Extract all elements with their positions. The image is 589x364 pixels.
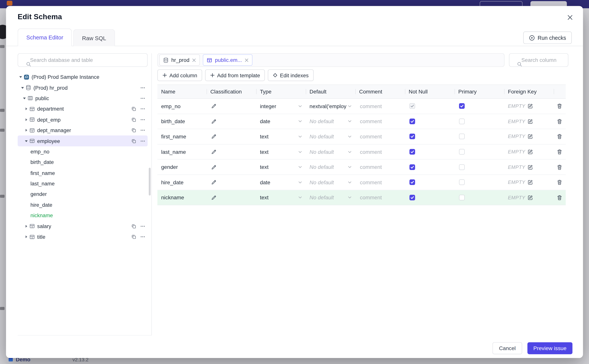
primary-checkbox[interactable] [459, 119, 465, 124]
trash-icon[interactable] [557, 180, 562, 185]
tree-item-dept-manager[interactable]: dept_manager [18, 125, 148, 136]
pencil-icon[interactable] [211, 180, 217, 185]
copy-icon[interactable] [131, 117, 136, 122]
cancel-button[interactable]: Cancel [493, 342, 522, 354]
close-icon[interactable] [192, 58, 196, 62]
type-select[interactable]: integer [256, 99, 306, 113]
caret-down-icon[interactable] [20, 86, 26, 90]
copy-icon[interactable] [131, 223, 136, 229]
copy-icon[interactable] [131, 234, 136, 240]
trash-icon[interactable] [557, 149, 562, 155]
add-from-template-button[interactable]: Add from template [205, 70, 265, 81]
copy-icon[interactable] [131, 106, 136, 112]
column-name-cell[interactable]: nickname [157, 190, 207, 205]
primary-checkbox[interactable] [459, 164, 465, 170]
edit-indexes-button[interactable]: Edit indexes [268, 70, 314, 81]
tree-item-prod-prod-sample-instance[interactable]: (Prod) Prod Sample Instance [18, 72, 148, 82]
primary-checkbox[interactable] [459, 134, 465, 140]
trash-icon[interactable] [557, 103, 562, 109]
editor-tab-public-em[interactable]: public.em... [203, 54, 252, 66]
comment-input[interactable] [359, 149, 400, 155]
column-name-cell[interactable]: gender [157, 160, 207, 174]
column-name-cell[interactable]: last_name [157, 144, 207, 159]
column-name-cell[interactable]: hire_date [157, 175, 207, 190]
foreign-key-cell[interactable]: EMPTY [504, 99, 554, 113]
tree-scrollbar-thumb[interactable] [149, 168, 151, 195]
tree-column-last-name[interactable]: last_name [18, 178, 148, 189]
comment-input[interactable] [359, 118, 400, 125]
pencil-icon[interactable] [211, 103, 217, 109]
default-select[interactable]: No default [306, 114, 355, 129]
tree-column-gender[interactable]: gender [18, 189, 148, 200]
dots-icon[interactable] [140, 85, 145, 91]
pencil-icon[interactable] [211, 195, 217, 201]
comment-input[interactable] [359, 164, 400, 170]
primary-checkbox[interactable] [459, 180, 465, 185]
foreign-key-cell[interactable]: EMPTY [504, 144, 554, 159]
tab-raw-sql[interactable]: Raw SQL [74, 29, 115, 46]
edit-square-icon[interactable] [528, 134, 533, 140]
not-null-checkbox[interactable] [409, 164, 415, 170]
copy-icon[interactable] [131, 128, 136, 133]
tree-column-birth-date[interactable]: birth_date [18, 157, 148, 168]
close-icon[interactable] [245, 58, 249, 62]
edit-square-icon[interactable] [528, 149, 533, 155]
caret-down-icon[interactable] [21, 97, 27, 100]
dots-icon[interactable] [140, 128, 145, 133]
trash-icon[interactable] [557, 134, 562, 140]
not-null-checkbox[interactable] [409, 134, 415, 140]
default-select[interactable]: No default [306, 190, 355, 205]
edit-square-icon[interactable] [528, 180, 533, 185]
default-select[interactable]: nextval('employ [306, 99, 355, 113]
tree-item-prod-hr-prod[interactable]: (Prod) hr_prod [18, 82, 148, 93]
edit-square-icon[interactable] [528, 103, 533, 109]
dots-icon[interactable] [140, 223, 145, 229]
tree-item-salary[interactable]: salary [18, 221, 148, 232]
primary-checkbox[interactable] [459, 195, 465, 201]
tree-item-public[interactable]: public [18, 93, 148, 104]
tree-column-nickname[interactable]: nickname [18, 210, 148, 221]
tree-column-emp-no[interactable]: emp_no [18, 146, 148, 157]
comment-input[interactable] [359, 179, 400, 186]
foreign-key-cell[interactable]: EMPTY [504, 114, 554, 129]
tree-search-input[interactable] [18, 53, 148, 67]
add-column-button[interactable]: Add column [157, 70, 202, 81]
type-select[interactable]: date [256, 114, 306, 129]
caret-down-icon[interactable] [18, 75, 24, 79]
pencil-icon[interactable] [211, 119, 217, 124]
type-select[interactable]: date [256, 175, 306, 190]
column-name-cell[interactable]: birth_date [157, 114, 207, 129]
trash-icon[interactable] [557, 119, 562, 124]
copy-icon[interactable] [131, 138, 136, 143]
type-select[interactable]: text [256, 129, 306, 144]
trash-icon[interactable] [557, 164, 562, 170]
column-name-cell[interactable]: emp_no [157, 99, 207, 113]
tree-item-title[interactable]: title [18, 232, 148, 242]
comment-input[interactable] [359, 133, 400, 140]
comment-input[interactable] [359, 194, 400, 201]
column-name-cell[interactable]: first_name [157, 129, 207, 144]
type-select[interactable]: text [256, 190, 306, 205]
dots-icon[interactable] [140, 96, 145, 101]
foreign-key-cell[interactable]: EMPTY [504, 160, 554, 174]
foreign-key-cell[interactable]: EMPTY [504, 175, 554, 190]
dots-icon[interactable] [140, 234, 145, 240]
caret-right-icon[interactable] [23, 118, 29, 122]
default-select[interactable]: No default [306, 175, 355, 190]
tree-item-dept-emp[interactable]: dept_emp [18, 114, 148, 125]
tree-column-hire-date[interactable]: hire_date [18, 200, 148, 210]
edit-square-icon[interactable] [528, 119, 533, 124]
dots-icon[interactable] [140, 117, 145, 122]
primary-checkbox[interactable] [459, 149, 465, 155]
comment-input[interactable] [359, 103, 400, 110]
run-checks-button[interactable]: Run checks [523, 32, 572, 44]
pencil-icon[interactable] [211, 134, 217, 140]
primary-checkbox[interactable] [459, 103, 465, 109]
caret-down-icon[interactable] [23, 139, 29, 143]
close-button[interactable] [566, 13, 574, 21]
editor-tab-hr-prod[interactable]: hr_prod [159, 54, 200, 66]
caret-right-icon[interactable] [23, 128, 29, 132]
pencil-icon[interactable] [211, 164, 217, 170]
preview-issue-button[interactable]: Preview issue [527, 342, 572, 354]
foreign-key-cell[interactable]: EMPTY [504, 190, 554, 205]
